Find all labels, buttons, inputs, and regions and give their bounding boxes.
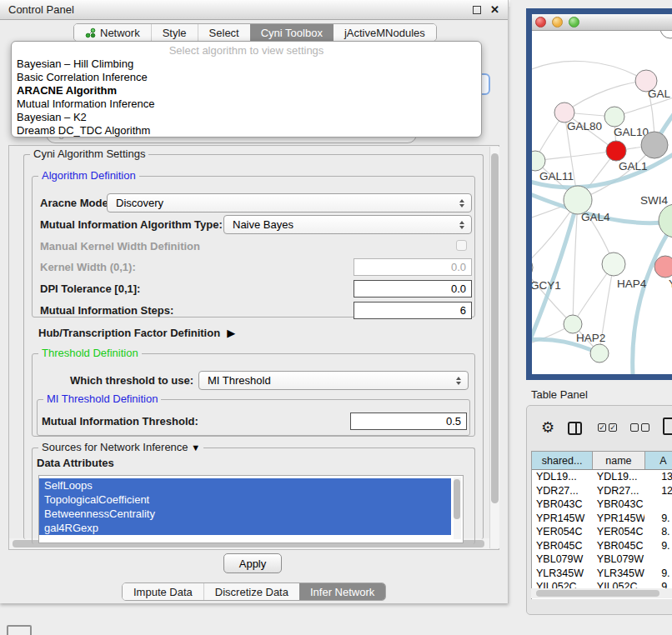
minimize-traffic-light-icon[interactable]	[552, 17, 563, 28]
mi-algorithm-type-combo[interactable]: Naive Bayes	[223, 215, 472, 234]
table-cell: YLR345W	[532, 567, 593, 581]
network-node-gal4[interactable]	[564, 186, 592, 214]
algorithm-option[interactable]: Mutual Information Inference	[12, 98, 481, 111]
mi-steps-label: Mutual Information Steps:	[40, 301, 173, 320]
attribute-list-item[interactable]: SelfLoops	[39, 478, 451, 492]
network-node[interactable]	[660, 31, 672, 38]
network-node-label: Y	[669, 278, 672, 290]
network-node-y[interactable]	[654, 256, 672, 278]
close-traffic-light-icon[interactable]	[535, 17, 546, 28]
tab-select[interactable]: Select	[198, 24, 250, 41]
table-row[interactable]: YPR145WYPR145W9.	[532, 512, 672, 526]
tab-label: Cyni Toolbox	[261, 27, 323, 39]
network-node-hap4[interactable]	[602, 252, 625, 276]
partial-bottom-icon[interactable]	[7, 625, 32, 635]
column-header[interactable]: shared...	[532, 452, 593, 469]
document-icon[interactable]	[663, 418, 672, 435]
table-row[interactable]: YER054CYER054C8.	[532, 525, 672, 539]
table-row[interactable]: YBL079WYBL079W	[532, 552, 672, 567]
network-node-gal10[interactable]	[604, 107, 624, 127]
table-cell: 9.	[644, 539, 672, 553]
tab-label: Discretize Data	[215, 586, 288, 598]
mi-threshold-field[interactable]: 0.5	[350, 412, 467, 430]
zoom-traffic-light-icon[interactable]	[569, 17, 579, 28]
vertical-scrollbar-thumb[interactable]	[491, 153, 499, 503]
network-node-label: GAL	[648, 88, 671, 100]
network-edge	[532, 61, 646, 81]
table-cell: 13	[644, 470, 672, 484]
list-scrollbar-thumb[interactable]	[454, 479, 460, 519]
checked-columns-icon[interactable]: ✓✓	[598, 423, 617, 432]
network-canvas[interactable]: GALGAL80GAL10GAL1GAL11GAL4SWI4GCY1HAP4YH…	[532, 31, 672, 374]
network-node-label: SWI4	[640, 194, 668, 207]
algorithm-option[interactable]: Basic Correlation Inference	[12, 71, 481, 84]
tab-label: Style	[163, 27, 187, 39]
network-canvas-svg: GALGAL80GAL10GAL1GAL11GAL4SWI4GCY1HAP4YH…	[532, 31, 672, 374]
table-cell: YER054C	[593, 525, 644, 539]
list-vertical-scrollbar[interactable]	[454, 478, 461, 539]
mi-threshold-definition-legend: MI Threshold Definition	[43, 393, 161, 405]
which-threshold-label: Which threshold to use:	[70, 371, 193, 390]
table-cell: YPR145W	[593, 512, 644, 526]
network-window-titlebar[interactable]	[532, 14, 672, 31]
tab-discretize-data[interactable]: Discretize Data	[203, 583, 299, 600]
network-node[interactable]	[641, 132, 668, 158]
table-cell: YER054C	[532, 525, 593, 539]
hub-definition-toggle[interactable]: Hub/Transcription Factor Definition ▶	[38, 323, 235, 342]
table-row[interactable]: YDR27...YDR27...12	[532, 484, 672, 498]
sources-legend[interactable]: Sources for Network Inference ▼	[38, 442, 203, 453]
tab-cyni-toolbox[interactable]: Cyni Toolbox	[250, 24, 333, 41]
table-cell: YBR045C	[532, 539, 593, 553]
close-icon[interactable]: ✕	[490, 6, 499, 14]
gear-icon[interactable]: ⚙	[541, 419, 554, 436]
table-cell: YLR345W	[593, 567, 644, 581]
attribute-list-item[interactable]: BetweennessCentrality	[39, 507, 451, 521]
manual-kernel-width-checkbox[interactable]	[456, 240, 467, 251]
table-row[interactable]: YBR043CYBR043C	[532, 498, 672, 512]
kernel-width-label: Kernel Width (0,1):	[40, 258, 136, 277]
network-node-gal1[interactable]	[606, 141, 626, 161]
network-node-swi4[interactable]	[659, 204, 672, 238]
tab-network[interactable]: Network	[74, 24, 151, 41]
attribute-list-item[interactable]: TopologicalCoefficient	[39, 492, 451, 507]
mi-threshold-label: Mutual Information Threshold:	[42, 412, 198, 431]
algorithm-option[interactable]: Bayesian – Hill Climbing	[12, 58, 481, 71]
network-node[interactable]	[590, 344, 609, 362]
tab-impute-data[interactable]: Impute Data	[123, 583, 203, 600]
table-cell: YDL19...	[532, 470, 593, 484]
table-cell: YDR27...	[532, 484, 593, 498]
dpi-tolerance-field[interactable]: 0.0	[354, 280, 472, 298]
table-cell: YBL079W	[532, 552, 593, 567]
network-edge	[535, 151, 616, 161]
data-attributes-list[interactable]: SelfLoopsTopologicalCoefficientBetweenne…	[38, 475, 464, 543]
tab-style[interactable]: Style	[151, 24, 198, 41]
algorithm-option[interactable]: Dream8 DC_TDC Algorithm	[12, 124, 481, 138]
tab-infer-network[interactable]: Infer Network	[299, 583, 385, 600]
aracne-mode-label: Aracne Mode:	[40, 193, 112, 212]
which-threshold-combo[interactable]: MI Threshold	[198, 371, 469, 390]
kernel-width-field[interactable]: 0.0	[354, 258, 472, 276]
data-attributes-label: Data Attributes	[37, 457, 114, 469]
settings-vertical-scrollbar[interactable]	[489, 147, 499, 548]
algorithm-option[interactable]: ARACNE Algorithm	[12, 84, 481, 98]
attribute-list-item[interactable]: gal4RGexp	[39, 521, 451, 535]
column-header[interactable]: name	[593, 452, 645, 469]
tab-jactivemnodules[interactable]: jActiveMNodules	[333, 24, 436, 41]
algorithm-option[interactable]: Bayesian – K2	[12, 111, 481, 124]
table-scrollbar-thumb[interactable]	[536, 590, 659, 597]
mi-steps-field[interactable]: 6	[354, 302, 472, 319]
columns-icon[interactable]	[568, 422, 582, 435]
network-node-gcy1[interactable]	[532, 257, 533, 278]
column-header[interactable]: A	[645, 452, 672, 469]
table-row[interactable]: YBR045CYBR045C9.	[532, 539, 672, 553]
apply-button[interactable]: Apply	[223, 553, 282, 573]
table-row[interactable]: YDL19...YDL19...13	[532, 470, 672, 484]
float-window-icon[interactable]	[473, 6, 481, 14]
network-node-hap2[interactable]	[564, 315, 582, 333]
table-row[interactable]: YLR345WYLR345W9.	[532, 567, 672, 581]
control-panel-title: Control Panel	[8, 3, 74, 16]
table-horizontal-scrollbar[interactable]	[531, 588, 672, 598]
aracne-mode-combo[interactable]: Discovery	[107, 193, 472, 212]
network-edge	[633, 221, 672, 374]
unchecked-columns-icon[interactable]	[630, 423, 649, 432]
